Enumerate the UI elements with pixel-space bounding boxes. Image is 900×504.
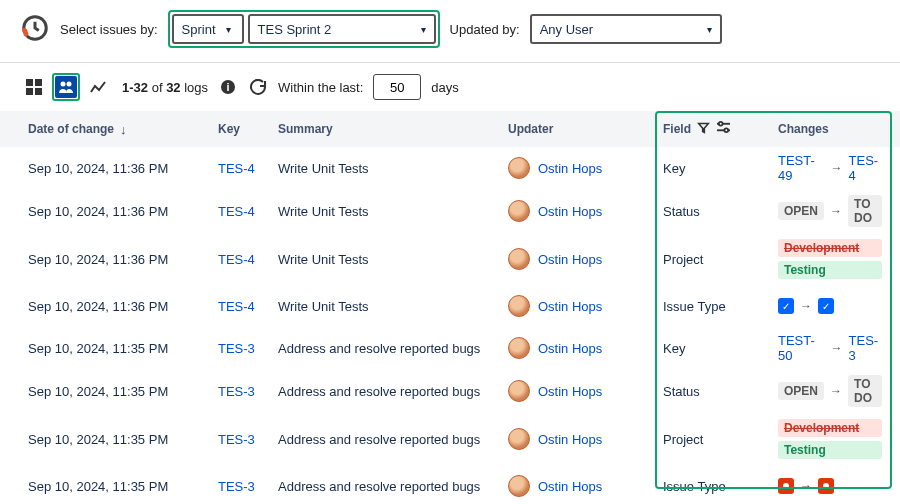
cell-key: TES-3	[218, 432, 278, 447]
field-filter-icons	[697, 121, 731, 137]
updater-link[interactable]: Ostin Hops	[538, 479, 602, 494]
project-from-badge: Development	[778, 419, 882, 437]
count-of: of	[152, 80, 163, 95]
svg-text:i: i	[227, 81, 230, 93]
updater-link[interactable]: Ostin Hops	[538, 161, 602, 176]
updater-link[interactable]: Ostin Hops	[538, 204, 602, 219]
filter-icon[interactable]	[697, 121, 710, 137]
status-to-badge: TO DO	[848, 195, 882, 227]
issue-key-link[interactable]: TES-3	[218, 479, 255, 494]
scope-type-value: Sprint	[182, 22, 216, 37]
cell-changes: DevelopmentTesting	[778, 419, 882, 459]
log-count: 1-32 of 32 logs	[122, 80, 208, 95]
cell-field: Issue Type	[663, 299, 778, 314]
table-header: Date of change ↓ Key Summary Updater Fie…	[0, 111, 900, 147]
toolbar: 1-32 of 32 logs i Within the last: days	[0, 63, 900, 111]
cell-updater: Ostin Hops	[508, 380, 663, 402]
count-total: 32	[166, 80, 180, 95]
from-key-link[interactable]: TEST-49	[778, 153, 825, 183]
updater-link[interactable]: Ostin Hops	[538, 341, 602, 356]
cell-key: TES-3	[218, 341, 278, 356]
updater-link[interactable]: Ostin Hops	[538, 299, 602, 314]
cell-summary: Write Unit Tests	[278, 204, 508, 219]
updated-by-select[interactable]: Any User ▾	[530, 14, 722, 44]
column-date[interactable]: Date of change ↓	[28, 122, 218, 137]
column-changes[interactable]: Changes	[778, 122, 882, 136]
table-row: Sep 10, 2024, 11:36 PM TES-4 Write Unit …	[0, 147, 900, 189]
cell-date: Sep 10, 2024, 11:35 PM	[28, 432, 218, 447]
cell-date: Sep 10, 2024, 11:36 PM	[28, 252, 218, 267]
issue-key-link[interactable]: TES-4	[218, 252, 255, 267]
refresh-icon[interactable]	[248, 77, 268, 97]
settings-icon[interactable]	[716, 121, 731, 137]
cell-updater: Ostin Hops	[508, 295, 663, 317]
cell-date: Sep 10, 2024, 11:35 PM	[28, 341, 218, 356]
issue-key-link[interactable]: TES-3	[218, 341, 255, 356]
avatar	[508, 200, 530, 222]
table-row: Sep 10, 2024, 11:35 PM TES-3 Address and…	[0, 413, 900, 465]
project-to-badge: Testing	[778, 261, 882, 279]
task-icon: ✓	[778, 298, 794, 314]
project-to-badge: Testing	[778, 441, 882, 459]
cell-changes: →	[778, 478, 882, 494]
cell-updater: Ostin Hops	[508, 157, 663, 179]
column-summary[interactable]: Summary	[278, 122, 508, 136]
scope-value-text: TES Sprint 2	[258, 22, 332, 37]
cell-changes: ✓→✓	[778, 298, 882, 314]
column-updater[interactable]: Updater	[508, 122, 663, 136]
arrow-icon: →	[830, 384, 842, 398]
column-date-label: Date of change	[28, 122, 114, 136]
scope-type-select[interactable]: Sprint ▾	[172, 14, 244, 44]
cell-summary: Write Unit Tests	[278, 161, 508, 176]
issue-key-link[interactable]: TES-3	[218, 384, 255, 399]
view-switcher	[20, 73, 112, 101]
status-from-badge: OPEN	[778, 382, 824, 400]
avatar	[508, 380, 530, 402]
cell-updater: Ostin Hops	[508, 337, 663, 359]
project-from-badge: Development	[778, 239, 882, 257]
chart-view-button[interactable]	[84, 73, 112, 101]
people-view-button[interactable]	[52, 73, 80, 101]
chevron-down-icon: ▾	[707, 24, 712, 35]
to-key-link[interactable]: TES-3	[849, 333, 882, 363]
issue-key-link[interactable]: TES-4	[218, 299, 255, 314]
count-suffix: logs	[184, 80, 208, 95]
bug-icon	[818, 478, 834, 494]
issue-key-link[interactable]: TES-4	[218, 161, 255, 176]
cell-changes: OPEN→TO DO	[778, 375, 882, 407]
column-field[interactable]: Field	[663, 121, 778, 137]
updater-link[interactable]: Ostin Hops	[538, 432, 602, 447]
updated-by-value: Any User	[540, 22, 593, 37]
scope-value-select[interactable]: TES Sprint 2 ▾	[248, 14, 436, 44]
cell-field: Key	[663, 341, 778, 356]
from-key-link[interactable]: TEST-50	[778, 333, 825, 363]
svg-rect-3	[26, 88, 33, 95]
info-icon[interactable]: i	[218, 77, 238, 97]
table-row: Sep 10, 2024, 11:35 PM TES-3 Address and…	[0, 369, 900, 413]
cell-key: TES-4	[218, 161, 278, 176]
avatar	[508, 295, 530, 317]
updater-link[interactable]: Ostin Hops	[538, 384, 602, 399]
column-field-label: Field	[663, 122, 691, 136]
cell-key: TES-4	[218, 299, 278, 314]
cell-summary: Address and resolve reported bugs	[278, 384, 508, 399]
updater-link[interactable]: Ostin Hops	[538, 252, 602, 267]
cell-date: Sep 10, 2024, 11:35 PM	[28, 384, 218, 399]
cell-key: TES-3	[218, 384, 278, 399]
cell-key: TES-3	[218, 479, 278, 494]
days-input[interactable]	[373, 74, 421, 100]
to-key-link[interactable]: TES-4	[849, 153, 882, 183]
grid-view-button[interactable]	[20, 73, 48, 101]
cell-key: TES-4	[218, 252, 278, 267]
svg-point-6	[67, 82, 72, 87]
cell-summary: Write Unit Tests	[278, 299, 508, 314]
task-icon: ✓	[818, 298, 834, 314]
status-to-badge: TO DO	[848, 375, 882, 407]
column-key[interactable]: Key	[218, 122, 278, 136]
chevron-down-icon: ▾	[226, 24, 231, 35]
issue-key-link[interactable]: TES-3	[218, 432, 255, 447]
issue-key-link[interactable]: TES-4	[218, 204, 255, 219]
table-row: Sep 10, 2024, 11:35 PM TES-3 Address and…	[0, 327, 900, 369]
table-row: Sep 10, 2024, 11:36 PM TES-4 Write Unit …	[0, 233, 900, 285]
arrow-icon: →	[831, 161, 843, 175]
